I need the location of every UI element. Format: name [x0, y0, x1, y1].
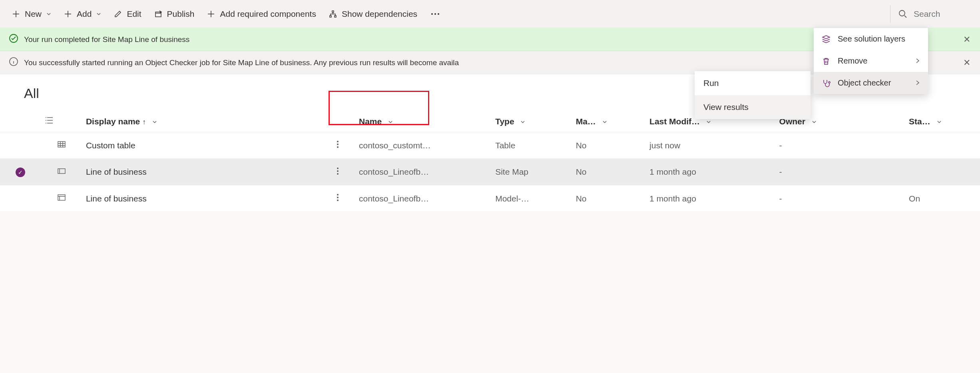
- new-label: New: [25, 9, 42, 19]
- close-banner-button[interactable]: ✕: [961, 55, 973, 70]
- table-row[interactable]: Line of business contoso_Lineofb… Model-…: [0, 186, 980, 212]
- col-type-label: Type: [495, 117, 514, 126]
- svg-rect-3: [335, 16, 336, 17]
- add-button[interactable]: Add: [58, 5, 108, 23]
- col-view-icon[interactable]: [41, 111, 82, 132]
- chevron-down-icon: [388, 119, 393, 126]
- new-button[interactable]: New: [6, 5, 58, 23]
- svg-rect-15: [58, 169, 65, 174]
- row-modified: just now: [645, 132, 775, 159]
- row-display-name[interactable]: Custom table: [82, 132, 321, 159]
- edit-button[interactable]: Edit: [108, 5, 147, 23]
- info-text: You successfully started running an Obje…: [24, 58, 459, 67]
- col-display-label: Display name: [86, 117, 140, 126]
- menu-layers-label: See solution layers: [838, 34, 905, 44]
- col-select[interactable]: [0, 111, 41, 132]
- publish-button[interactable]: Publish: [148, 5, 201, 23]
- search-input[interactable]: [913, 9, 969, 19]
- svg-rect-19: [58, 195, 65, 200]
- publish-label: Publish: [167, 9, 195, 19]
- search-box[interactable]: [893, 6, 974, 22]
- row-owner: -: [775, 186, 905, 212]
- row-modified: 1 month ago: [645, 186, 775, 212]
- row-name: contoso_Lineofb…: [355, 186, 491, 212]
- row-more-button[interactable]: [321, 186, 355, 212]
- menu-checker-label: Object checker: [838, 78, 891, 88]
- sort-asc-icon: ↑: [142, 118, 146, 126]
- pencil-icon: [114, 10, 122, 18]
- row-display-name[interactable]: Line of business: [82, 186, 321, 212]
- check-circle-icon: [9, 34, 18, 45]
- add-required-button[interactable]: Add required components: [201, 5, 323, 23]
- add-label: Add: [77, 9, 92, 19]
- layers-icon: [822, 35, 831, 44]
- row-name: contoso_Lineofb…: [355, 159, 491, 186]
- chevron-down-icon: [602, 119, 607, 126]
- table-row[interactable]: ✓ Line of business contoso_Lineofb… Site…: [0, 159, 980, 186]
- row-select[interactable]: [0, 186, 41, 212]
- col-row-menu: [321, 111, 355, 132]
- overflow-button[interactable]: [424, 9, 447, 19]
- row-type: Site Map: [491, 159, 572, 186]
- col-status[interactable]: Sta…: [905, 111, 980, 132]
- show-dependencies-button[interactable]: Show dependencies: [323, 5, 424, 23]
- svg-point-4: [431, 13, 433, 15]
- more-horizontal-icon: [431, 13, 440, 15]
- header-row: Display name ↑ Name Type: [0, 111, 980, 132]
- row-owner: -: [775, 132, 905, 159]
- svg-point-8: [829, 82, 830, 83]
- chevron-right-icon: [915, 56, 920, 66]
- chevron-down-icon: [937, 119, 942, 126]
- row-name: contoso_customt…: [355, 132, 491, 159]
- svg-point-22: [337, 199, 339, 201]
- svg-point-18: [337, 173, 339, 175]
- submenu-item-run[interactable]: Run: [695, 71, 811, 95]
- plus-icon: [64, 10, 72, 18]
- svg-point-12: [337, 141, 339, 142]
- submenu-view-label: View results: [703, 102, 749, 112]
- table-row[interactable]: Custom table contoso_customt… Table No j…: [0, 132, 980, 159]
- chevron-down-icon: [812, 119, 817, 126]
- svg-point-13: [337, 144, 339, 145]
- row-type: Model-…: [491, 186, 572, 212]
- row-status: On: [905, 186, 980, 212]
- publish-icon: [154, 10, 162, 18]
- row-more-button[interactable]: [321, 159, 355, 186]
- menu-item-remove[interactable]: Remove: [814, 50, 928, 72]
- col-managed-label: Ma…: [576, 117, 596, 126]
- row-select[interactable]: ✓: [0, 159, 41, 186]
- row-select[interactable]: [0, 132, 41, 159]
- chevron-down-icon: [520, 119, 525, 126]
- row-status: [905, 159, 980, 186]
- svg-point-21: [337, 197, 339, 198]
- chevron-down-icon: [46, 12, 51, 16]
- col-type[interactable]: Type: [491, 111, 572, 132]
- trash-icon: [822, 57, 831, 66]
- svg-point-14: [337, 146, 339, 148]
- row-type-icon: [41, 159, 82, 186]
- separator: [890, 5, 890, 23]
- menu-item-object-checker[interactable]: Object checker: [814, 72, 928, 94]
- row-more-button[interactable]: [321, 132, 355, 159]
- svg-rect-11: [58, 142, 65, 147]
- svg-rect-2: [330, 16, 331, 17]
- overflow-menu: See solution layers Remove Object checke…: [814, 28, 928, 94]
- svg-rect-1: [332, 11, 334, 12]
- menu-item-solution-layers[interactable]: See solution layers: [814, 28, 928, 50]
- list-icon: [45, 117, 54, 126]
- svg-point-16: [337, 168, 339, 169]
- row-display-name[interactable]: Line of business: [82, 159, 321, 186]
- submenu-item-view-results[interactable]: View results: [695, 95, 811, 119]
- col-modified-label: Last Modif…: [649, 117, 700, 126]
- col-display-name[interactable]: Display name ↑: [82, 111, 321, 132]
- row-type-icon: [41, 186, 82, 212]
- row-managed: No: [572, 132, 645, 159]
- col-name[interactable]: Name: [355, 111, 491, 132]
- checkmark-icon: ✓: [16, 168, 25, 177]
- dependencies-icon: [329, 10, 337, 18]
- col-managed[interactable]: Ma…: [572, 111, 645, 132]
- info-circle-icon: [9, 57, 18, 68]
- chevron-right-icon: [915, 78, 920, 88]
- component-grid: Display name ↑ Name Type: [0, 111, 980, 212]
- close-banner-button[interactable]: ✕: [961, 32, 973, 47]
